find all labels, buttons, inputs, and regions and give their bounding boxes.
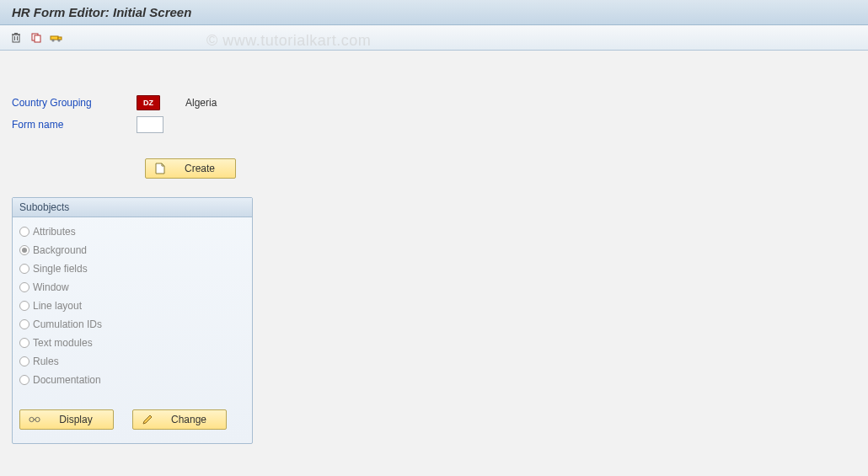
- pencil-icon: [142, 414, 153, 425]
- glasses-icon: [29, 414, 40, 425]
- radio-row[interactable]: Text modules: [19, 334, 245, 352]
- create-row: Create: [145, 158, 856, 179]
- change-button[interactable]: Change: [132, 409, 227, 430]
- radio-label: Rules: [33, 356, 59, 367]
- svg-rect-7: [51, 36, 58, 40]
- radio-row[interactable]: Documentation: [19, 371, 245, 389]
- subobjects-body: AttributesBackgroundSingle fieldsWindowL…: [13, 217, 252, 401]
- radio-icon: [19, 375, 29, 385]
- svg-rect-6: [35, 35, 40, 42]
- radio-row[interactable]: Cumulation IDs: [19, 315, 245, 334]
- country-grouping-text: Algeria: [185, 97, 217, 109]
- toolbar: [0, 25, 868, 51]
- content-area: Country Grouping DZ Algeria Form name Cr…: [0, 51, 868, 456]
- transport-icon[interactable]: [49, 30, 64, 45]
- svg-rect-0: [13, 35, 19, 42]
- radio-icon: [19, 301, 29, 311]
- radio-row[interactable]: Background: [19, 241, 245, 259]
- radio-label: Line layout: [33, 300, 82, 312]
- change-button-label: Change: [160, 414, 217, 425]
- svg-point-10: [57, 39, 60, 41]
- radio-row[interactable]: Rules: [19, 352, 245, 371]
- subobjects-actions: Display Change: [13, 401, 252, 443]
- svg-point-12: [35, 417, 40, 421]
- form-name-input[interactable]: [137, 116, 163, 133]
- radio-label: Documentation: [33, 374, 101, 386]
- radio-icon: [19, 245, 29, 255]
- display-button-label: Display: [47, 414, 104, 425]
- page-title: HR Form Editor: Initial Screen: [12, 5, 191, 19]
- subobjects-group: Subobjects AttributesBackgroundSingle fi…: [12, 197, 253, 444]
- radio-icon: [19, 319, 29, 329]
- radio-row[interactable]: Line layout: [19, 297, 245, 315]
- radio-icon: [19, 356, 29, 366]
- country-grouping-row: Country Grouping DZ Algeria: [12, 93, 856, 113]
- subobjects-header: Subobjects: [13, 198, 252, 217]
- radio-label: Attributes: [33, 226, 76, 238]
- form-name-label: Form name: [12, 119, 137, 131]
- radio-label: Text modules: [33, 337, 93, 349]
- form-name-row: Form name: [12, 115, 856, 135]
- document-icon: [154, 163, 166, 174]
- radio-icon: [19, 282, 29, 292]
- svg-point-9: [51, 39, 54, 41]
- display-button[interactable]: Display: [19, 409, 114, 430]
- radio-icon: [19, 338, 29, 348]
- country-grouping-input[interactable]: DZ: [137, 95, 160, 110]
- radio-icon: [19, 264, 29, 274]
- create-button[interactable]: Create: [145, 158, 236, 179]
- title-bar: HR Form Editor: Initial Screen: [0, 0, 868, 25]
- radio-icon: [19, 227, 29, 237]
- radio-label: Background: [33, 244, 87, 256]
- country-grouping-label: Country Grouping: [12, 97, 137, 109]
- radio-row[interactable]: Window: [19, 278, 245, 297]
- delete-icon[interactable]: [8, 30, 24, 45]
- radio-label: Cumulation IDs: [33, 318, 102, 330]
- create-button-label: Create: [173, 163, 227, 174]
- radio-label: Window: [33, 281, 69, 293]
- radio-label: Single fields: [33, 263, 88, 275]
- copy-icon[interactable]: [29, 30, 44, 45]
- radio-row[interactable]: Single fields: [19, 259, 245, 278]
- radio-row[interactable]: Attributes: [19, 222, 245, 241]
- svg-point-11: [29, 417, 34, 421]
